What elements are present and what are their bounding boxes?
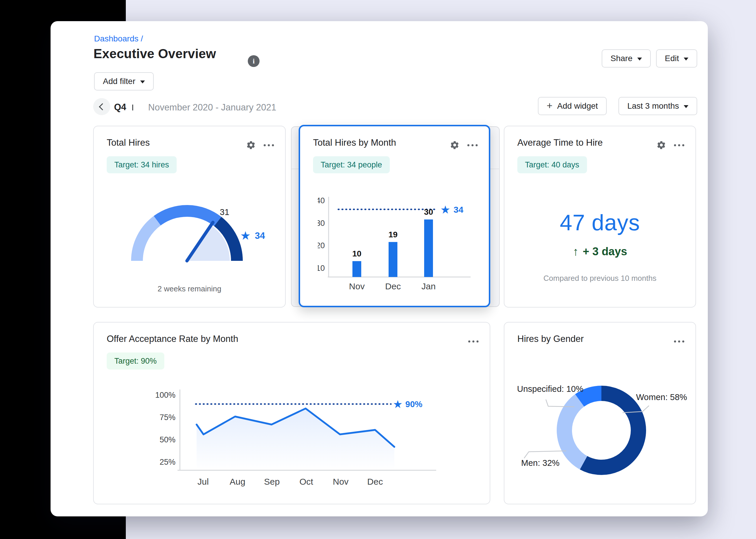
- ellipsis-icon: [467, 144, 478, 146]
- page-title: Executive Overview: [93, 46, 216, 61]
- widget-title: Total Hires: [107, 137, 149, 148]
- edit-button[interactable]: Edit: [656, 49, 697, 68]
- widget-menu-button[interactable]: [467, 336, 479, 347]
- svg-text:★: ★: [393, 398, 402, 410]
- widget-settings-button[interactable]: [655, 139, 667, 151]
- svg-text:25%: 25%: [160, 458, 175, 466]
- ellipsis-icon: [674, 144, 684, 146]
- svg-text:34: 34: [255, 231, 265, 241]
- widget-title: Total Hires by Month: [313, 137, 396, 148]
- add-widget-label: Add widget: [557, 101, 598, 111]
- screen: Dashboards / Executive Overview i Share …: [0, 0, 756, 539]
- gear-icon: [450, 140, 459, 150]
- gear-icon: [657, 140, 666, 150]
- widget-hires-by-gender[interactable]: Hires by Gender Unspecified: 10% Women: …: [504, 322, 696, 504]
- svg-text:Sep: Sep: [264, 477, 280, 487]
- widget-average-time-to-hire[interactable]: Average Time to Hire Target: 40 days 47 …: [504, 126, 696, 308]
- donut-label-unspecified: Unspecified: 10%: [517, 384, 584, 394]
- chevron-left-icon: [99, 103, 106, 110]
- share-button-label: Share: [611, 54, 632, 63]
- target-badge: Target: 34 hires: [107, 156, 177, 173]
- svg-text:Nov: Nov: [333, 477, 348, 487]
- svg-text:★: ★: [440, 203, 450, 216]
- metric-value: 47 days: [505, 210, 696, 235]
- widget-menu-button[interactable]: [466, 139, 478, 151]
- widget-menu-button[interactable]: [263, 139, 275, 151]
- svg-text:30: 30: [424, 207, 433, 216]
- widget-settings-button[interactable]: [245, 139, 257, 151]
- svg-text:Dec: Dec: [367, 477, 383, 487]
- target-badge: Target: 40 days: [517, 156, 587, 173]
- svg-text:90%: 90%: [405, 400, 423, 409]
- metric-delta-label: + 3 days: [583, 245, 627, 258]
- widget-offer-acceptance-rate[interactable]: Offer Acceptance Rate by Month Target: 9…: [93, 322, 490, 504]
- svg-text:50%: 50%: [160, 435, 175, 444]
- add-filter-label: Add filter: [103, 77, 136, 86]
- share-button[interactable]: Share: [602, 49, 651, 68]
- edit-button-label: Edit: [665, 54, 679, 63]
- chevron-right-icon: [132, 105, 133, 111]
- svg-text:★: ★: [240, 229, 251, 242]
- line-chart: 25%50%75%100%JulAugSepOctNovDec★90%: [149, 381, 440, 496]
- svg-text:34: 34: [453, 205, 464, 214]
- widget-menu-button[interactable]: [673, 139, 685, 151]
- add-widget-button[interactable]: + Add widget: [538, 97, 607, 115]
- ellipsis-icon: [264, 144, 274, 146]
- svg-text:40: 40: [318, 196, 325, 205]
- svg-text:Aug: Aug: [230, 477, 245, 487]
- metric-caption: Compared to previous 10 months: [505, 274, 696, 283]
- ellipsis-icon: [468, 341, 479, 343]
- arrow-up-icon: ↑: [573, 245, 579, 258]
- widget-settings-button[interactable]: [449, 139, 461, 151]
- target-badge: Target: 90%: [107, 352, 164, 369]
- svg-text:30: 30: [318, 219, 325, 228]
- svg-text:75%: 75%: [160, 413, 175, 422]
- svg-text:Jan: Jan: [422, 281, 435, 291]
- time-filter-label: Last 3 months: [627, 101, 679, 111]
- period-quarter: Q4: [114, 102, 126, 113]
- widget-total-hires[interactable]: Total Hires Target: 34 hires 31★34 2 wee…: [93, 126, 286, 308]
- plus-icon: +: [547, 100, 553, 111]
- metric-delta: ↑ + 3 days: [505, 245, 696, 258]
- gear-icon: [246, 140, 256, 150]
- svg-text:10: 10: [352, 249, 361, 258]
- widget-title: Average Time to Hire: [517, 137, 603, 148]
- svg-text:19: 19: [388, 230, 397, 239]
- info-icon[interactable]: i: [248, 55, 259, 67]
- add-filter-button[interactable]: Add filter: [94, 72, 154, 91]
- widget-total-hires-by-month[interactable]: Total Hires by Month Target: 34 people 1…: [299, 125, 490, 307]
- donut-label-women: Women: 58%: [636, 392, 687, 402]
- svg-text:20: 20: [318, 241, 325, 250]
- chevron-down-icon: [140, 80, 145, 83]
- svg-text:10: 10: [318, 264, 325, 272]
- gauge-chart: 31★34: [123, 194, 276, 273]
- period-range: November 2020 - January 2021: [148, 102, 276, 113]
- svg-text:Oct: Oct: [300, 477, 313, 487]
- time-filter-dropdown[interactable]: Last 3 months: [618, 97, 697, 115]
- svg-text:100%: 100%: [155, 391, 175, 400]
- svg-text:Jul: Jul: [198, 477, 209, 487]
- donut-label-men: Men: 32%: [521, 458, 560, 468]
- chevron-down-icon: [684, 57, 688, 60]
- svg-text:Dec: Dec: [385, 281, 401, 291]
- chevron-down-icon: [684, 105, 688, 108]
- widget-title: Offer Acceptance Rate by Month: [107, 334, 238, 344]
- dashboard-panel: Dashboards / Executive Overview i Share …: [50, 21, 708, 516]
- svg-text:Nov: Nov: [349, 281, 364, 291]
- next-period-button[interactable]: [132, 105, 135, 110]
- previous-period-button[interactable]: [93, 98, 110, 115]
- breadcrumb[interactable]: Dashboards /: [94, 34, 143, 43]
- chevron-down-icon: [637, 57, 642, 60]
- svg-text:31: 31: [220, 207, 229, 217]
- target-badge: Target: 34 people: [313, 156, 390, 173]
- bar-chart: 10203040★3410Nov19Dec30Jan: [318, 193, 476, 293]
- gauge-caption: 2 weeks remaining: [94, 284, 285, 293]
